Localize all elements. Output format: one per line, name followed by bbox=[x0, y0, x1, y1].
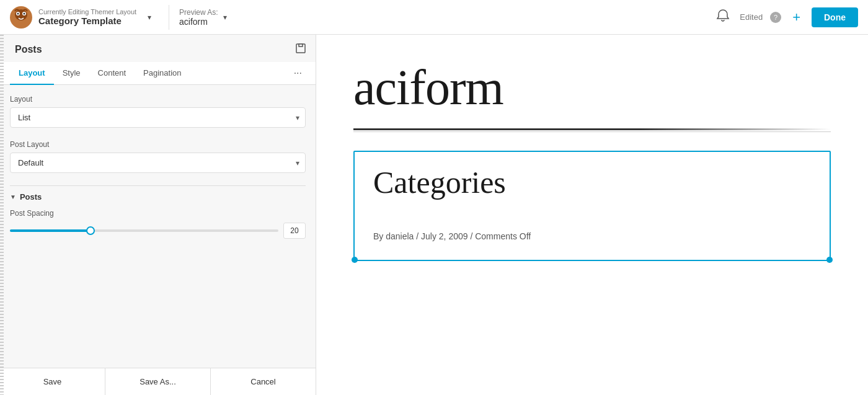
layout-select-wrapper: List Grid ▾ bbox=[10, 107, 306, 128]
preview-post-title-blurred bbox=[373, 206, 811, 226]
sidebar-header: Posts bbox=[0, 35, 316, 62]
header-left: Currently Editing Themer Layout Category… bbox=[10, 6, 159, 29]
preview-area: aciform Categories By daniela / July 2, … bbox=[316, 35, 868, 395]
preview-heading: aciform bbox=[316, 35, 868, 128]
edited-status: Edited bbox=[740, 12, 763, 22]
sidebar-drag-handle[interactable] bbox=[0, 35, 4, 395]
tab-more-button[interactable]: ··· bbox=[290, 63, 306, 84]
layout-field-group: Layout List Grid ▾ bbox=[10, 95, 306, 128]
post-layout-select-wrapper: Default Custom ▾ bbox=[10, 153, 306, 173]
preview-value: aciform bbox=[179, 17, 218, 27]
preview-divider-thin bbox=[353, 131, 831, 132]
tab-content[interactable]: Content bbox=[89, 62, 135, 85]
header-chevron-icon[interactable]: ▾ bbox=[148, 13, 151, 22]
help-icon[interactable]: ? bbox=[770, 12, 781, 23]
collapsible-content: Post Spacing 20 bbox=[10, 206, 306, 246]
sidebar: Posts Layout Style Content Pagination ··… bbox=[0, 35, 316, 395]
sidebar-footer: Save Save As... Cancel bbox=[0, 368, 316, 395]
sidebar-title: Posts bbox=[15, 44, 42, 55]
notifications-button[interactable] bbox=[714, 6, 732, 28]
collapsible-arrow-icon: ▼ bbox=[10, 193, 16, 200]
tab-layout[interactable]: Layout bbox=[10, 62, 54, 85]
preview-block: Preview As: aciform ▾ bbox=[179, 8, 714, 27]
preview-label: Preview As: bbox=[179, 8, 218, 17]
header-divider bbox=[169, 5, 169, 30]
preview-categories-heading: Categories bbox=[373, 164, 811, 200]
spacing-slider-row: 20 bbox=[10, 223, 306, 239]
save-as-button[interactable]: Save As... bbox=[105, 368, 211, 395]
preview-chevron-icon[interactable]: ▾ bbox=[223, 13, 227, 22]
header: Currently Editing Themer Layout Category… bbox=[0, 0, 868, 35]
header-title: Category Template bbox=[38, 16, 136, 26]
sidebar-content: Layout List Grid ▾ Post Layout Defau bbox=[0, 85, 316, 368]
posts-collapsible-header[interactable]: ▼ Posts bbox=[10, 186, 306, 206]
slider-fill bbox=[10, 229, 91, 232]
tab-style[interactable]: Style bbox=[54, 62, 89, 85]
corner-dot-bottom-right bbox=[826, 257, 833, 263]
logo-icon bbox=[10, 6, 32, 29]
preview-divider bbox=[353, 128, 831, 130]
bell-icon bbox=[716, 9, 730, 22]
tab-pagination[interactable]: Pagination bbox=[135, 62, 190, 85]
header-subtitle: Currently Editing Themer Layout bbox=[38, 8, 136, 16]
svg-rect-7 bbox=[299, 44, 303, 47]
post-layout-field-group: Post Layout Default Custom ▾ bbox=[10, 140, 306, 173]
main-area: Posts Layout Style Content Pagination ··… bbox=[0, 35, 868, 395]
layout-select[interactable]: List Grid bbox=[10, 107, 306, 128]
corner-dot-bottom-left bbox=[352, 257, 358, 263]
posts-collapsible-section: ▼ Posts Post Spacing 20 bbox=[10, 185, 306, 246]
post-layout-label: Post Layout bbox=[10, 140, 306, 149]
tabs-bar: Layout Style Content Pagination ··· bbox=[0, 62, 316, 85]
svg-point-5 bbox=[24, 12, 25, 14]
post-layout-select[interactable]: Default Custom bbox=[10, 153, 306, 173]
post-spacing-label: Post Spacing bbox=[10, 209, 306, 218]
layout-label: Layout bbox=[10, 95, 306, 104]
header-right: Edited ? + Done bbox=[714, 6, 858, 28]
preview-categories-section: Categories By daniela / July 2, 2009 / C… bbox=[353, 151, 831, 261]
header-title-block: Currently Editing Themer Layout Category… bbox=[38, 8, 136, 26]
slider-track[interactable] bbox=[10, 229, 278, 232]
add-button[interactable]: + bbox=[789, 7, 804, 28]
slider-thumb[interactable] bbox=[86, 226, 95, 235]
svg-point-4 bbox=[17, 12, 19, 14]
preview-text-block: Preview As: aciform bbox=[179, 8, 218, 27]
done-button[interactable]: Done bbox=[812, 7, 858, 27]
maximize-icon bbox=[296, 43, 306, 53]
collapsible-section-title: Posts bbox=[20, 192, 42, 202]
cancel-button[interactable]: Cancel bbox=[211, 368, 316, 395]
preview-post-meta: By daniela / July 2, 2009 / Comments Off bbox=[373, 231, 811, 241]
save-button[interactable]: Save bbox=[0, 368, 105, 395]
slider-value-box[interactable]: 20 bbox=[283, 223, 306, 239]
sidebar-inner: Posts Layout Style Content Pagination ··… bbox=[0, 35, 316, 395]
sidebar-maximize-button[interactable] bbox=[296, 43, 306, 56]
